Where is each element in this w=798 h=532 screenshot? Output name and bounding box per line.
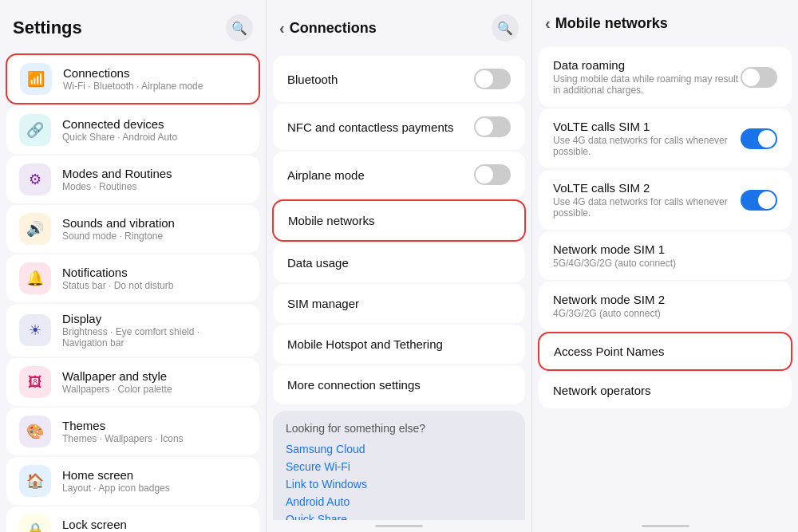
looking-link-0[interactable]: Samsung Cloud: [286, 443, 512, 455]
settings-title-notifications: Notifications: [62, 266, 247, 279]
mn-text-network-mode-sim1: Network mode SIM 1 5G/4G/3G/2G (auto con…: [553, 242, 676, 269]
settings-icon-connections: 📶: [20, 63, 52, 95]
settings-item-connected-devices[interactable]: 🔗 Connected devices Quick Share · Androi…: [6, 106, 259, 154]
looking-link-2[interactable]: Link to Windows: [286, 478, 512, 491]
settings-subtitle-wallpaper-style: Wallpapers · Color palette: [62, 384, 247, 395]
toggle-knob-nfc: [476, 118, 493, 136]
mn-item-network-mode-sim1[interactable]: Network mode SIM 1 5G/4G/3G/2G (auto con…: [539, 231, 792, 280]
settings-title-wallpaper-style: Wallpaper and style: [62, 369, 247, 383]
settings-icon-themes: 🎨: [19, 416, 51, 447]
toggle-knob-mn-volte-sim2: [758, 191, 776, 209]
settings-subtitle-notifications: Status bar · Do not disturb: [62, 280, 247, 291]
mn-text-volte-sim1: VoLTE calls SIM 1 Use 4G data networks f…: [553, 120, 741, 157]
settings-title-lock-screen: Lock screen: [62, 518, 247, 531]
settings-icon-connected-devices: 🔗: [19, 114, 51, 146]
conn-label-mobile-networks: Mobile networks: [288, 214, 374, 227]
mn-item-volte-sim1[interactable]: VoLTE calls SIM 1 Use 4G data networks f…: [539, 108, 792, 168]
conn-item-bluetooth[interactable]: Bluetooth: [273, 56, 525, 102]
settings-icon-wallpaper-style: 🖼: [19, 366, 51, 398]
conn-item-more-connection[interactable]: More connection settings: [273, 365, 525, 404]
settings-title-display: Display: [62, 312, 247, 325]
looking-link-4[interactable]: Quick Share: [286, 513, 512, 520]
left-search-button[interactable]: 🔍: [226, 14, 253, 41]
mn-item-data-roaming[interactable]: Data roaming Using mobile data while roa…: [539, 47, 792, 107]
settings-icon-modes-routines: ⚙: [19, 164, 51, 195]
conn-item-data-usage[interactable]: Data usage: [273, 243, 525, 282]
settings-item-modes-routines[interactable]: ⚙ Modes and Routines Modes · Routines: [6, 156, 259, 203]
left-title: Settings: [13, 18, 82, 38]
settings-text-sounds-vibration: Sounds and vibration Sound mode · Ringto…: [62, 216, 247, 242]
mn-title-volte-sim2: VoLTE calls SIM 2: [553, 181, 741, 195]
toggle-bluetooth[interactable]: [474, 69, 511, 89]
mn-sub-volte-sim1: Use 4G data networks for calls whenever …: [553, 135, 741, 157]
settings-subtitle-connections: Wi-Fi · Bluetooth · Airplane mode: [63, 81, 246, 92]
conn-label-nfc: NFC and contactless payments: [287, 120, 453, 134]
toggle-knob-mn-volte-sim1: [758, 130, 776, 148]
settings-item-sounds-vibration[interactable]: 🔊 Sounds and vibration Sound mode · Ring…: [6, 205, 259, 253]
conn-item-nfc[interactable]: NFC and contactless payments: [273, 104, 525, 150]
settings-title-home-screen: Home screen: [62, 468, 247, 482]
settings-item-display[interactable]: ☀ Display Brightness · Eye comfort shiel…: [6, 304, 259, 357]
settings-title-connections: Connections: [63, 66, 246, 80]
toggle-knob-airplane-mode: [476, 166, 493, 183]
settings-subtitle-themes: Themes · Wallpapers · Icons: [62, 433, 247, 444]
settings-subtitle-home-screen: Layout · App icon badges: [62, 483, 247, 494]
conn-label-mobile-hotspot: Mobile Hotspot and Tethering: [287, 337, 443, 351]
settings-icon-sounds-vibration: 🔊: [19, 213, 51, 245]
conn-item-airplane-mode[interactable]: Airplane mode: [273, 152, 525, 198]
connections-panel: ‹ Connections 🔍 Bluetooth NFC and contac…: [267, 0, 532, 532]
mn-item-network-operators[interactable]: Network operators: [539, 372, 792, 408]
conn-item-mobile-networks[interactable]: Mobile networks: [272, 199, 526, 242]
conn-label-sim-manager: SIM manager: [287, 297, 359, 310]
settings-text-connected-devices: Connected devices Quick Share · Android …: [62, 117, 247, 143]
settings-icon-notifications: 🔔: [19, 262, 51, 294]
right-title: Mobile networks: [555, 15, 668, 32]
scroll-indicator-mid: [375, 525, 423, 527]
settings-item-connections[interactable]: 📶 Connections Wi-Fi · Bluetooth · Airpla…: [6, 53, 260, 104]
settings-list: 📶 Connections Wi-Fi · Bluetooth · Airpla…: [0, 49, 266, 532]
settings-text-connections: Connections Wi-Fi · Bluetooth · Airplane…: [63, 66, 246, 92]
mn-item-network-mode-sim2[interactable]: Network mode SIM 2 4G/3G/2G (auto connec…: [539, 282, 792, 330]
mid-search-button[interactable]: 🔍: [492, 14, 519, 41]
mn-text-network-mode-sim2: Network mode SIM 2 4G/3G/2G (auto connec…: [553, 293, 665, 319]
looking-link-3[interactable]: Android Auto: [286, 495, 512, 508]
mn-title-data-roaming: Data roaming: [553, 58, 741, 72]
settings-item-notifications[interactable]: 🔔 Notifications Status bar · Do not dist…: [6, 254, 259, 302]
settings-subtitle-connected-devices: Quick Share · Android Auto: [62, 132, 247, 143]
settings-item-wallpaper-style[interactable]: 🖼 Wallpaper and style Wallpapers · Color…: [6, 358, 259, 406]
mn-title-network-mode-sim1: Network mode SIM 1: [553, 242, 676, 256]
back-arrow-icon: ‹: [279, 19, 285, 37]
back-arrow-right-icon: ‹: [545, 14, 551, 33]
right-back-button[interactable]: ‹ Mobile networks: [545, 14, 668, 33]
mn-text-network-operators: Network operators: [553, 384, 651, 397]
toggle-mn-volte-sim2[interactable]: [741, 190, 777, 211]
looking-link-1[interactable]: Secure Wi-Fi: [286, 460, 512, 473]
toggle-knob-mn-data-roaming: [742, 69, 760, 86]
toggle-mn-volte-sim1[interactable]: [741, 128, 777, 149]
toggle-nfc[interactable]: [474, 116, 511, 137]
conn-item-mobile-hotspot[interactable]: Mobile Hotspot and Tethering: [273, 325, 525, 364]
mn-item-volte-sim2[interactable]: VoLTE calls SIM 2 Use 4G data networks f…: [539, 170, 792, 230]
mn-item-access-point-names[interactable]: Access Point Names: [538, 332, 792, 371]
mobile-networks-panel: ‹ Mobile networks Data roaming Using mob…: [532, 0, 798, 532]
mobile-networks-list: Data roaming Using mobile data while roa…: [532, 41, 798, 520]
settings-item-lock-screen[interactable]: 🔒 Lock screen Screen lock type · Always …: [6, 506, 259, 532]
mid-title: Connections: [290, 20, 377, 37]
toggle-airplane-mode[interactable]: [474, 164, 511, 185]
looking-section: Looking for something else? Samsung Clou…: [273, 411, 525, 520]
settings-item-themes[interactable]: 🎨 Themes Themes · Wallpapers · Icons: [6, 408, 259, 455]
settings-panel-left: Settings 🔍 📶 Connections Wi-Fi · Bluetoo…: [0, 0, 267, 532]
mn-text-volte-sim2: VoLTE calls SIM 2 Use 4G data networks f…: [553, 181, 741, 219]
mn-sub-network-mode-sim2: 4G/3G/2G (auto connect): [553, 308, 665, 319]
settings-item-home-screen[interactable]: 🏠 Home screen Layout · App icon badges: [6, 457, 259, 505]
settings-subtitle-sounds-vibration: Sound mode · Ringtone: [62, 231, 247, 242]
toggle-mn-data-roaming[interactable]: [741, 67, 777, 88]
mid-back-button[interactable]: ‹ Connections: [279, 19, 377, 37]
left-header: Settings 🔍: [0, 0, 266, 49]
conn-label-airplane-mode: Airplane mode: [287, 168, 365, 182]
conn-label-more-connection: More connection settings: [287, 378, 421, 392]
settings-icon-home-screen: 🏠: [19, 465, 51, 497]
looking-title: Looking for something else?: [286, 422, 512, 435]
mn-sub-data-roaming: Using mobile data while roaming may resu…: [553, 73, 741, 96]
conn-item-sim-manager[interactable]: SIM manager: [273, 284, 525, 323]
